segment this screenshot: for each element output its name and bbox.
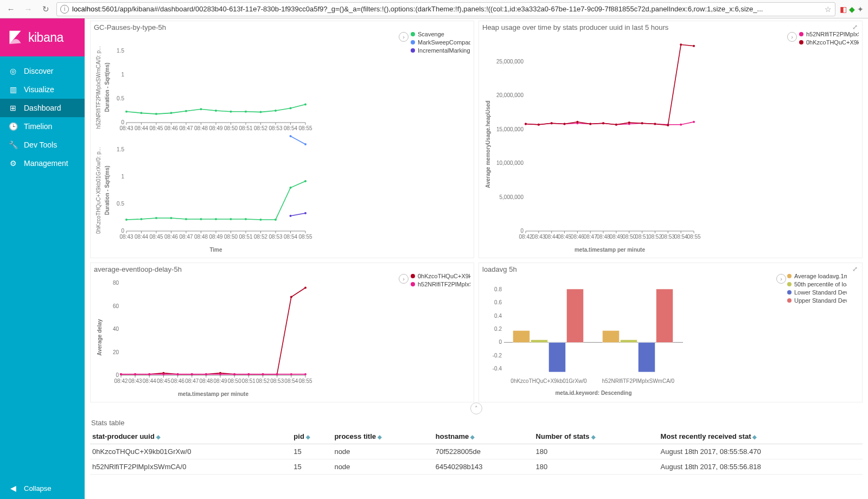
svg-text:h52NRlfiTF2PlMpIxSWmCA/0: h52NRlfiTF2PlMpIxSWmCA/0 [602,378,675,384]
sidebar-item-label: Dev Tools [24,140,57,149]
svg-text:08:49: 08:49 [214,378,227,384]
svg-text:1: 1 [121,72,124,78]
maximize-icon[interactable]: ⤢ [852,23,860,31]
table-header[interactable]: process title◆ [332,429,433,444]
wrench-icon: 🔧 [9,140,17,149]
svg-text:08:54: 08:54 [284,125,297,131]
svg-rect-240 [603,330,620,342]
svg-point-213 [120,373,122,375]
svg-text:0.6: 0.6 [494,299,502,305]
table-row[interactable]: 0hKzcoTHQuC+X9kb01GrXw/015node70f5228005… [90,444,863,459]
svg-point-46 [304,103,307,105]
svg-text:0hKzcoTHQuC+X9kb01GrXw/0: 0hKzcoTHQuC+X9kb01GrXw/0 [510,378,587,384]
browser-chrome: ← → ↻ i localhost:5601/app/kibana#/dashb… [0,0,868,18]
table-cell: 15 [291,444,332,459]
collapse-button[interactable]: ◀ Collapse [0,477,85,499]
loadavg-chart: -0.4-0.200.20.40.60.80hKzcoTHQuC+X9kb01G… [482,278,764,397]
sidebar-item-label: Management [24,159,68,168]
gc-chart: 00.511.508:4308:4408:4508:4608:4708:4808… [94,36,376,253]
svg-text:08:55: 08:55 [298,125,312,131]
extension-icon[interactable]: ◧ [840,5,847,14]
svg-point-221 [233,373,235,375]
table-header[interactable]: Number of stats◆ [534,429,659,444]
extension-icon[interactable]: ◆ [849,5,855,14]
bookmark-star-icon[interactable]: ☆ [825,5,832,14]
svg-text:08:43: 08:43 [119,234,133,240]
brand-label: kibana [28,30,63,45]
svg-text:08:53: 08:53 [269,234,282,240]
svg-text:08:48: 08:48 [194,234,208,240]
maximize-icon[interactable]: ⤢ [852,265,860,273]
extension-icon[interactable]: ✦ [857,5,864,14]
url-bar[interactable]: i localhost:5601/app/kibana#/dashboard/0… [56,2,835,16]
forward-button[interactable]: → [22,3,35,16]
sidebar-item-label: Timelion [24,122,52,131]
svg-text:Duration - Sqrt(ms): Duration - Sqrt(ms) [104,62,110,112]
table-header[interactable]: pid◆ [291,429,332,444]
stats-table: stat-producer uuid◆pid◆process title◆hos… [90,429,863,475]
sidebar-item-dev-tools[interactable]: 🔧Dev Tools [0,136,85,154]
svg-text:08:42: 08:42 [519,234,532,240]
svg-point-41 [230,111,232,113]
sort-icon: ◆ [156,434,161,440]
scroll-top-button[interactable]: ˄ [470,402,482,414]
table-cell: 180 [534,444,659,459]
svg-text:08:51: 08:51 [635,234,649,240]
svg-point-82 [141,218,143,220]
svg-text:08:51: 08:51 [242,378,256,384]
svg-text:08:48: 08:48 [199,378,213,384]
svg-point-90 [260,219,262,221]
svg-point-157 [628,121,630,124]
svg-text:08:48: 08:48 [597,234,610,240]
sidebar-item-label: Visualize [24,85,54,94]
svg-point-154 [589,123,591,125]
svg-point-149 [525,123,527,125]
compass-icon: ◎ [9,67,17,75]
sort-icon: ◆ [752,434,757,440]
svg-text:08:53: 08:53 [270,378,284,384]
svg-point-219 [205,373,207,375]
svg-text:1: 1 [121,174,124,180]
back-button[interactable]: ← [4,3,17,16]
svg-point-226 [304,373,307,375]
dashboard-main: GC-Pauses-by-type-5h › ScavengeMarkSweep… [85,18,868,499]
svg-point-81 [125,219,127,221]
site-info-icon[interactable]: i [60,5,69,14]
svg-text:08:45: 08:45 [558,234,571,240]
svg-point-97 [304,212,307,214]
sort-icon: ◆ [591,434,596,440]
table-header[interactable]: Most recently received stat◆ [659,429,863,444]
svg-text:08:48: 08:48 [194,125,208,131]
svg-text:08:50: 08:50 [622,234,636,240]
svg-text:08:55: 08:55 [298,378,312,384]
svg-text:08:42: 08:42 [114,378,127,384]
table-header[interactable]: hostname◆ [433,429,534,444]
svg-point-215 [148,373,150,375]
svg-point-148 [693,121,695,123]
svg-text:meta.timestamp per minute: meta.timestamp per minute [575,247,645,253]
svg-point-220 [219,373,221,375]
table-header[interactable]: stat-producer uuid◆ [90,429,291,444]
table-cell: August 18th 2017, 08:55:58.470 [659,444,863,459]
svg-text:25,000,000: 25,000,000 [496,59,524,65]
sidebar-item-discover[interactable]: ◎Discover [0,62,85,80]
svg-text:Average memoryUsage.heapUsed: Average memoryUsage.heapUsed [485,100,491,188]
svg-text:08:43: 08:43 [532,234,545,240]
svg-text:h52NRlfiTF2PlMpIxSWmCA/0: p...: h52NRlfiTF2PlMpIxSWmCA/0: p... [95,46,101,129]
svg-point-155 [602,122,604,124]
svg-text:0hKzcoTHQuC+X9kb01GrXw/0: p...: 0hKzcoTHQuC+X9kb01GrXw/0: p... [95,147,101,234]
sidebar-item-dashboard[interactable]: ⊞Dashboard [0,99,85,117]
kibana-logo[interactable]: kibana [0,18,85,56]
sidebar-item-management[interactable]: ⚙Management [0,154,85,172]
svg-point-156 [615,124,617,126]
bar-icon: ▥ [9,85,17,94]
table-cell: h52NRlfiTF2PlMpIxSWmCA/0 [90,459,291,475]
url-text: localhost:5601/app/kibana#/dashboard/002… [72,5,821,13]
table-row[interactable]: h52NRlfiTF2PlMpIxSWmCA/015node64540298b1… [90,459,863,475]
eventloop-chart: 02040608008:4208:4308:4408:4508:4608:470… [94,278,376,397]
sidebar-item-visualize[interactable]: ▥Visualize [0,80,85,99]
reload-button[interactable]: ↻ [39,3,52,16]
kibana-logo-icon [8,30,23,45]
sidebar-item-timelion[interactable]: 🕒Timelion [0,117,85,136]
svg-text:0.5: 0.5 [117,201,124,207]
